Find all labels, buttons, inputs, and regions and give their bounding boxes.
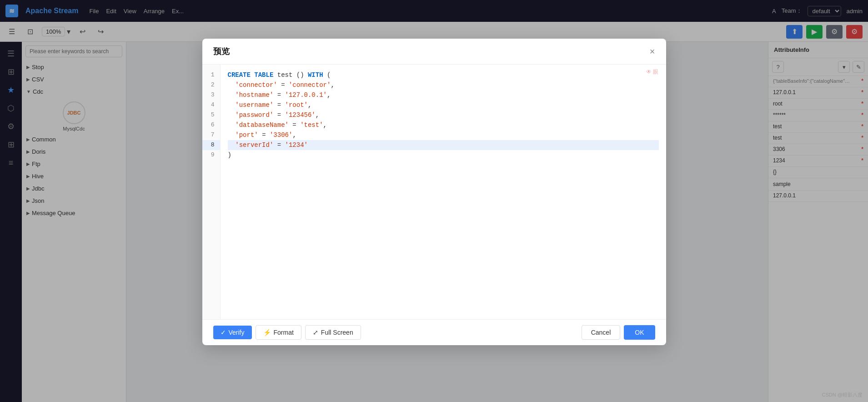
format-button[interactable]: ⚡ Format bbox=[256, 325, 301, 340]
footer-left: ✓ Verify ⚡ Format ⤢ Full Screen bbox=[213, 325, 361, 340]
line-num-2: 2 bbox=[202, 80, 220, 90]
line-num-3: 3 bbox=[202, 90, 220, 100]
line-num-7: 7 bbox=[202, 130, 220, 140]
code-line-2: 'connector' = 'connector', bbox=[228, 80, 659, 90]
fullscreen-icon: ⤢ bbox=[313, 329, 318, 336]
format-label: Format bbox=[274, 329, 294, 336]
watermark: 👁 眼 bbox=[646, 68, 658, 76]
code-line-3: 'hostname' = '127.0.0.1', bbox=[228, 90, 659, 100]
footer-right: Cancel OK bbox=[582, 325, 655, 340]
code-line-7: 'port' = '3306', bbox=[228, 130, 659, 140]
code-line-8: 'serverId' = '1234' bbox=[228, 140, 659, 150]
code-area: 1 2 3 4 5 6 7 8 9 CREATE TABLE test () W… bbox=[202, 65, 666, 319]
verify-button[interactable]: ✓ Verify bbox=[213, 326, 252, 339]
format-icon: ⚡ bbox=[263, 329, 271, 336]
line-num-5: 5 bbox=[202, 110, 220, 120]
line-num-6: 6 bbox=[202, 120, 220, 130]
preview-modal: 预览 × 👁 眼 1 2 3 4 5 6 7 8 9 CREATE TABLE … bbox=[202, 39, 666, 345]
code-line-6: 'databaseName' = 'test', bbox=[228, 120, 659, 130]
code-line-1: CREATE TABLE test () WITH ( bbox=[228, 70, 659, 80]
code-line-9: ) bbox=[228, 150, 659, 160]
fullscreen-button[interactable]: ⤢ Full Screen bbox=[305, 325, 361, 340]
ok-button[interactable]: OK bbox=[624, 325, 655, 340]
fullscreen-label: Full Screen bbox=[321, 329, 353, 336]
code-line-5: 'password' = '123456', bbox=[228, 110, 659, 120]
modal-header: 预览 × bbox=[202, 39, 666, 65]
line-num-4: 4 bbox=[202, 100, 220, 110]
modal-body: 👁 眼 1 2 3 4 5 6 7 8 9 CREATE TABLE test … bbox=[202, 65, 666, 319]
csdn-tag: CSDN @暗影八度 bbox=[822, 392, 863, 398]
modal-overlay[interactable]: 预览 × 👁 眼 1 2 3 4 5 6 7 8 9 CREATE TABLE … bbox=[0, 0, 868, 402]
cancel-button[interactable]: Cancel bbox=[582, 325, 621, 340]
line-num-1: 1 bbox=[202, 70, 220, 80]
modal-close-button[interactable]: × bbox=[650, 46, 655, 57]
modal-title: 预览 bbox=[213, 46, 230, 57]
line-num-9: 9 bbox=[202, 150, 220, 160]
verify-label: Verify bbox=[229, 329, 245, 336]
verify-check-icon: ✓ bbox=[221, 329, 226, 336]
line-num-8: 8 bbox=[202, 140, 220, 150]
modal-footer: ✓ Verify ⚡ Format ⤢ Full Screen Cancel O… bbox=[202, 319, 666, 345]
code-line-4: 'username' = 'root', bbox=[228, 100, 659, 110]
line-numbers: 1 2 3 4 5 6 7 8 9 bbox=[202, 65, 221, 319]
code-content[interactable]: CREATE TABLE test () WITH ( 'connector' … bbox=[221, 65, 666, 319]
